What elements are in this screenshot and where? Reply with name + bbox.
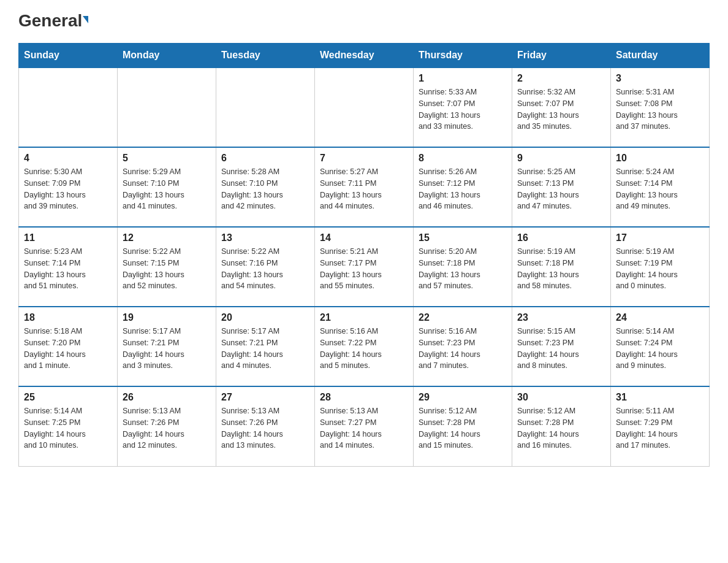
calendar-cell (216, 67, 315, 147)
day-info: Sunrise: 5:30 AM Sunset: 7:09 PM Dayligh… (24, 166, 112, 212)
day-number: 1 (419, 73, 507, 84)
calendar-week-row: 18Sunrise: 5:18 AM Sunset: 7:20 PM Dayli… (19, 307, 710, 386)
day-number: 23 (517, 312, 605, 323)
day-info: Sunrise: 5:12 AM Sunset: 7:28 PM Dayligh… (419, 405, 507, 451)
day-info: Sunrise: 5:24 AM Sunset: 7:14 PM Dayligh… (616, 166, 704, 212)
day-number: 5 (123, 153, 211, 164)
calendar-cell: 31Sunrise: 5:11 AM Sunset: 7:29 PM Dayli… (611, 386, 710, 466)
calendar-cell: 27Sunrise: 5:13 AM Sunset: 7:26 PM Dayli… (216, 386, 315, 466)
day-number: 21 (320, 312, 408, 323)
day-info: Sunrise: 5:22 AM Sunset: 7:15 PM Dayligh… (123, 246, 211, 292)
day-number: 6 (221, 153, 309, 164)
calendar-header-row: SundayMondayTuesdayWednesdayThursdayFrid… (19, 44, 710, 68)
calendar-cell (315, 67, 414, 147)
column-header-monday: Monday (118, 44, 216, 68)
day-number: 27 (221, 392, 309, 403)
day-number: 8 (419, 153, 507, 164)
day-number: 30 (517, 392, 605, 403)
calendar-cell (19, 67, 118, 147)
day-info: Sunrise: 5:21 AM Sunset: 7:17 PM Dayligh… (320, 246, 408, 292)
day-info: Sunrise: 5:29 AM Sunset: 7:10 PM Dayligh… (123, 166, 211, 212)
calendar-cell: 3Sunrise: 5:31 AM Sunset: 7:08 PM Daylig… (611, 67, 710, 147)
day-number: 25 (24, 392, 112, 403)
calendar-cell: 13Sunrise: 5:22 AM Sunset: 7:16 PM Dayli… (216, 227, 315, 307)
column-header-thursday: Thursday (414, 44, 512, 68)
day-info: Sunrise: 5:17 AM Sunset: 7:21 PM Dayligh… (123, 326, 211, 372)
calendar-cell: 17Sunrise: 5:19 AM Sunset: 7:19 PM Dayli… (611, 227, 710, 307)
calendar-cell: 10Sunrise: 5:24 AM Sunset: 7:14 PM Dayli… (611, 147, 710, 227)
calendar-cell: 9Sunrise: 5:25 AM Sunset: 7:13 PM Daylig… (512, 147, 611, 227)
day-number: 2 (517, 73, 605, 84)
day-number: 3 (616, 73, 704, 84)
day-info: Sunrise: 5:14 AM Sunset: 7:25 PM Dayligh… (24, 405, 112, 451)
calendar-week-row: 25Sunrise: 5:14 AM Sunset: 7:25 PM Dayli… (19, 386, 710, 466)
column-header-sunday: Sunday (19, 44, 118, 68)
day-info: Sunrise: 5:15 AM Sunset: 7:23 PM Dayligh… (517, 326, 605, 372)
calendar-table: SundayMondayTuesdayWednesdayThursdayFrid… (18, 43, 710, 467)
column-header-tuesday: Tuesday (216, 44, 315, 68)
day-number: 15 (419, 232, 507, 243)
day-info: Sunrise: 5:28 AM Sunset: 7:10 PM Dayligh… (221, 166, 309, 212)
day-info: Sunrise: 5:16 AM Sunset: 7:23 PM Dayligh… (419, 326, 507, 372)
day-number: 28 (320, 392, 408, 403)
calendar-cell: 5Sunrise: 5:29 AM Sunset: 7:10 PM Daylig… (118, 147, 216, 227)
day-number: 9 (517, 153, 605, 164)
day-info: Sunrise: 5:17 AM Sunset: 7:21 PM Dayligh… (221, 326, 309, 372)
page-header: General (18, 12, 710, 31)
day-info: Sunrise: 5:13 AM Sunset: 7:26 PM Dayligh… (221, 405, 309, 451)
day-info: Sunrise: 5:16 AM Sunset: 7:22 PM Dayligh… (320, 326, 408, 372)
day-number: 24 (616, 312, 704, 323)
day-info: Sunrise: 5:32 AM Sunset: 7:07 PM Dayligh… (517, 86, 605, 132)
day-info: Sunrise: 5:31 AM Sunset: 7:08 PM Dayligh… (616, 86, 704, 132)
day-info: Sunrise: 5:12 AM Sunset: 7:28 PM Dayligh… (517, 405, 605, 451)
day-number: 14 (320, 232, 408, 243)
calendar-cell: 22Sunrise: 5:16 AM Sunset: 7:23 PM Dayli… (414, 307, 512, 386)
calendar-cell: 16Sunrise: 5:19 AM Sunset: 7:18 PM Dayli… (512, 227, 611, 307)
day-info: Sunrise: 5:18 AM Sunset: 7:20 PM Dayligh… (24, 326, 112, 372)
calendar-cell: 14Sunrise: 5:21 AM Sunset: 7:17 PM Dayli… (315, 227, 414, 307)
day-number: 29 (419, 392, 507, 403)
day-info: Sunrise: 5:33 AM Sunset: 7:07 PM Dayligh… (419, 86, 507, 132)
day-info: Sunrise: 5:23 AM Sunset: 7:14 PM Dayligh… (24, 246, 112, 292)
calendar-cell: 21Sunrise: 5:16 AM Sunset: 7:22 PM Dayli… (315, 307, 414, 386)
day-number: 12 (123, 232, 211, 243)
day-number: 16 (517, 232, 605, 243)
calendar-cell: 11Sunrise: 5:23 AM Sunset: 7:14 PM Dayli… (19, 227, 118, 307)
calendar-week-row: 11Sunrise: 5:23 AM Sunset: 7:14 PM Dayli… (19, 227, 710, 307)
calendar-week-row: 4Sunrise: 5:30 AM Sunset: 7:09 PM Daylig… (19, 147, 710, 227)
calendar-week-row: 1Sunrise: 5:33 AM Sunset: 7:07 PM Daylig… (19, 67, 710, 147)
calendar-cell: 1Sunrise: 5:33 AM Sunset: 7:07 PM Daylig… (414, 67, 512, 147)
logo-arrow-icon (83, 16, 88, 23)
calendar-cell: 20Sunrise: 5:17 AM Sunset: 7:21 PM Dayli… (216, 307, 315, 386)
calendar-cell (118, 67, 216, 147)
calendar-cell: 19Sunrise: 5:17 AM Sunset: 7:21 PM Dayli… (118, 307, 216, 386)
calendar-cell: 28Sunrise: 5:13 AM Sunset: 7:27 PM Dayli… (315, 386, 414, 466)
calendar-cell: 25Sunrise: 5:14 AM Sunset: 7:25 PM Dayli… (19, 386, 118, 466)
day-number: 11 (24, 232, 112, 243)
day-info: Sunrise: 5:13 AM Sunset: 7:27 PM Dayligh… (320, 405, 408, 451)
calendar-cell: 7Sunrise: 5:27 AM Sunset: 7:11 PM Daylig… (315, 147, 414, 227)
calendar-cell: 24Sunrise: 5:14 AM Sunset: 7:24 PM Dayli… (611, 307, 710, 386)
day-number: 26 (123, 392, 211, 403)
column-header-friday: Friday (512, 44, 611, 68)
day-number: 19 (123, 312, 211, 323)
calendar-cell: 6Sunrise: 5:28 AM Sunset: 7:10 PM Daylig… (216, 147, 315, 227)
day-number: 4 (24, 153, 112, 164)
logo-text: General (18, 12, 88, 29)
day-info: Sunrise: 5:19 AM Sunset: 7:19 PM Dayligh… (616, 246, 704, 292)
day-info: Sunrise: 5:26 AM Sunset: 7:12 PM Dayligh… (419, 166, 507, 212)
day-number: 20 (221, 312, 309, 323)
day-number: 22 (419, 312, 507, 323)
day-info: Sunrise: 5:14 AM Sunset: 7:24 PM Dayligh… (616, 326, 704, 372)
calendar-cell: 18Sunrise: 5:18 AM Sunset: 7:20 PM Dayli… (19, 307, 118, 386)
day-number: 13 (221, 232, 309, 243)
calendar-cell: 12Sunrise: 5:22 AM Sunset: 7:15 PM Dayli… (118, 227, 216, 307)
day-info: Sunrise: 5:11 AM Sunset: 7:29 PM Dayligh… (616, 405, 704, 451)
day-number: 17 (616, 232, 704, 243)
day-info: Sunrise: 5:25 AM Sunset: 7:13 PM Dayligh… (517, 166, 605, 212)
calendar-cell: 30Sunrise: 5:12 AM Sunset: 7:28 PM Dayli… (512, 386, 611, 466)
day-info: Sunrise: 5:19 AM Sunset: 7:18 PM Dayligh… (517, 246, 605, 292)
day-info: Sunrise: 5:20 AM Sunset: 7:18 PM Dayligh… (419, 246, 507, 292)
calendar-cell: 4Sunrise: 5:30 AM Sunset: 7:09 PM Daylig… (19, 147, 118, 227)
calendar-cell: 2Sunrise: 5:32 AM Sunset: 7:07 PM Daylig… (512, 67, 611, 147)
